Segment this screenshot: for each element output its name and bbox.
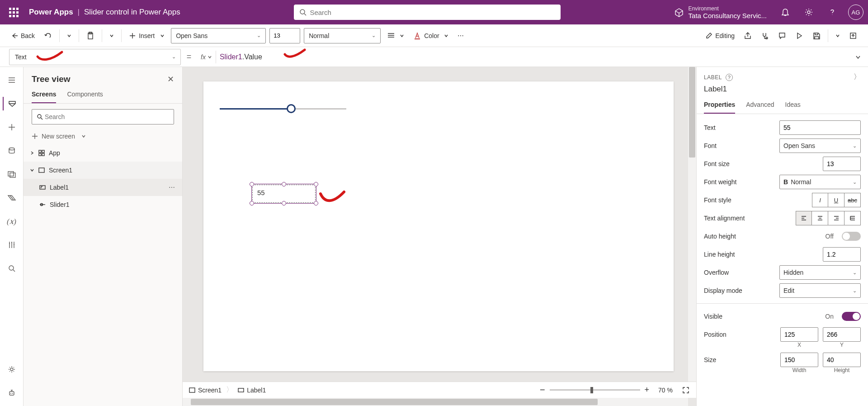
search-rail-icon[interactable] <box>3 262 21 275</box>
tab-screens[interactable]: Screens <box>32 91 56 103</box>
tree-search-input[interactable] <box>45 113 169 120</box>
zoom-slider[interactable] <box>550 389 640 391</box>
checker-button[interactable] <box>758 28 772 43</box>
user-avatar[interactable]: AG <box>848 5 863 20</box>
zoom-out-button[interactable]: − <box>540 385 545 395</box>
breadcrumb-control[interactable]: Label1 <box>238 387 266 394</box>
prop-displaymode-dropdown[interactable]: Edit⌄ <box>779 283 861 298</box>
underline-button[interactable]: U <box>828 193 844 207</box>
font-weight-dropdown[interactable]: Normal⌄ <box>304 28 381 43</box>
tab-ideas[interactable]: Ideas <box>785 98 801 114</box>
prop-height-input[interactable] <box>823 353 861 367</box>
prop-displaymode-label: Display mode <box>704 287 775 294</box>
close-icon[interactable]: ✕ <box>167 74 174 84</box>
tools-rail-icon[interactable] <box>3 238 21 252</box>
canvas-area[interactable]: 55 Screen1 〉 Label1 − + 70 <box>183 67 696 406</box>
prop-fontsize-input[interactable] <box>823 157 861 171</box>
app-launcher-icon[interactable] <box>5 8 23 17</box>
horizontal-scrollbar[interactable] <box>183 398 688 406</box>
slider-control[interactable] <box>220 103 346 114</box>
align-button[interactable] <box>384 28 407 43</box>
environment-picker[interactable]: Environment Tata Consultancy Servic... <box>674 5 767 19</box>
help-button[interactable] <box>822 0 843 24</box>
fx-button[interactable]: fx <box>197 53 216 61</box>
formula-input[interactable]: Slider1.Value <box>216 53 848 61</box>
prop-x-input[interactable] <box>780 327 818 342</box>
undo-button[interactable] <box>41 28 55 43</box>
strike-button[interactable]: abc <box>844 193 861 207</box>
fit-screen-button[interactable] <box>682 386 690 394</box>
font-size-input[interactable] <box>269 28 300 43</box>
media-rail-icon[interactable] <box>3 167 21 181</box>
comments-button[interactable] <box>775 28 789 43</box>
tab-advanced[interactable]: Advanced <box>746 98 774 114</box>
prop-font-dropdown[interactable]: Open Sans⌄ <box>779 139 861 153</box>
breadcrumb-screen[interactable]: Screen1 <box>189 387 222 394</box>
svg-rect-8 <box>8 172 14 176</box>
paste-button[interactable] <box>84 28 97 43</box>
prop-overflow-dropdown[interactable]: Hidden⌄ <box>779 265 861 280</box>
share-button[interactable] <box>741 28 755 43</box>
notifications-button[interactable] <box>775 0 796 24</box>
tree-view-icon[interactable] <box>3 97 21 110</box>
more-button[interactable]: ⋯ <box>455 28 467 43</box>
prop-width-input[interactable] <box>780 353 818 367</box>
hamburger-icon[interactable] <box>3 73 21 87</box>
settings-button[interactable] <box>798 0 819 24</box>
color-button[interactable]: Color <box>410 28 451 43</box>
editing-mode[interactable]: Editing <box>703 28 737 43</box>
publish-button[interactable] <box>846 28 860 43</box>
paste-dropdown[interactable] <box>107 28 117 43</box>
align-justify-button[interactable] <box>844 211 861 225</box>
formula-expand-button[interactable] <box>848 54 868 60</box>
tree-item-slider1[interactable]: Slider1 <box>24 196 182 213</box>
tree-item-label1[interactable]: Label1 ⋯ <box>24 179 182 196</box>
variables-rail-icon[interactable]: (𝑥) <box>3 215 21 228</box>
property-selector[interactable]: Text ⌄ <box>9 49 181 65</box>
new-screen-button[interactable]: New screen <box>24 130 182 144</box>
settings-rail-icon[interactable] <box>3 363 21 376</box>
insert-button[interactable]: Insert <box>126 28 167 43</box>
tree-item-screen1[interactable]: Screen1 <box>24 162 182 179</box>
global-search[interactable] <box>294 5 561 20</box>
label-control[interactable]: 55 <box>252 185 316 203</box>
undo-dropdown[interactable] <box>64 28 74 43</box>
preview-button[interactable] <box>793 28 806 43</box>
save-dropdown[interactable] <box>833 28 843 43</box>
tab-components[interactable]: Components <box>67 91 103 103</box>
save-button[interactable] <box>810 28 823 43</box>
prop-text-input[interactable] <box>779 120 861 135</box>
visible-toggle[interactable] <box>842 312 861 321</box>
chevron-right-icon[interactable] <box>30 151 34 155</box>
chevron-down-icon[interactable] <box>30 168 34 172</box>
app-header: Power Apps | Slider control in Power App… <box>0 0 868 24</box>
panel-expand-button[interactable]: 〉 <box>854 72 861 82</box>
vertical-scrollbar[interactable] <box>688 67 696 392</box>
app-name[interactable]: Power Apps <box>29 8 73 17</box>
align-right-button[interactable] <box>828 211 844 225</box>
data-rail-icon[interactable] <box>3 144 21 158</box>
search-input[interactable] <box>310 9 555 16</box>
flows-rail-icon[interactable] <box>3 191 21 205</box>
prop-y-input[interactable] <box>823 327 861 342</box>
prop-fontweight-dropdown[interactable]: BNormal⌄ <box>779 175 861 189</box>
help-icon[interactable]: ? <box>726 74 733 81</box>
screen-artboard[interactable]: 55 <box>203 81 674 371</box>
italic-button[interactable]: I <box>812 193 828 207</box>
prop-autoheight-label: Auto height <box>704 233 821 240</box>
zoom-in-button[interactable]: + <box>645 385 650 395</box>
control-name[interactable]: Label1 <box>697 85 868 98</box>
prop-lineheight-input[interactable] <box>823 247 861 262</box>
tree-search[interactable] <box>32 109 174 124</box>
autoheight-toggle[interactable] <box>842 232 861 241</box>
align-center-button[interactable] <box>812 211 828 225</box>
virtual-agent-icon[interactable] <box>3 386 21 400</box>
font-color-icon <box>413 32 421 40</box>
tab-properties[interactable]: Properties <box>704 98 735 114</box>
font-dropdown[interactable]: Open Sans⌄ <box>171 28 266 43</box>
insert-rail-icon[interactable] <box>3 120 21 134</box>
align-left-button[interactable] <box>796 211 812 225</box>
tree-item-app[interactable]: App <box>24 144 182 162</box>
tree-item-more[interactable]: ⋯ <box>169 184 176 191</box>
back-button[interactable]: Back <box>8 28 38 43</box>
